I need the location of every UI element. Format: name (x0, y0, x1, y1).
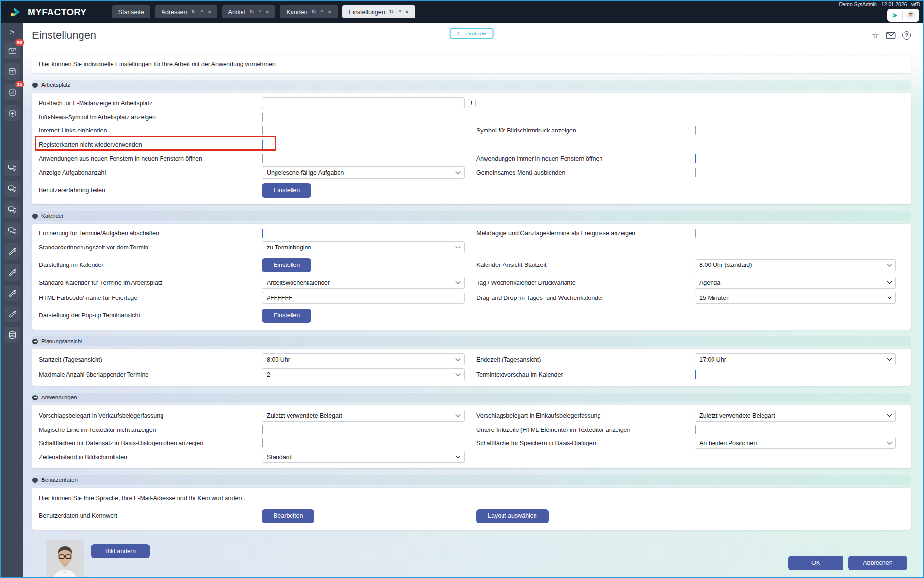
expand-sidebar-icon[interactable]: > (10, 28, 15, 36)
darstellung-einstellen-button[interactable]: Einstellen (262, 258, 311, 272)
infonews-label: Info-News-Symbol im Arbeitsplatz anzeige… (39, 114, 262, 121)
section-header-arbeitsplatz[interactable]: Arbeitsplatz (32, 80, 911, 90)
benutzererfahrung-einstellen-button[interactable]: Einstellen (262, 183, 311, 198)
session-info: Demo SysAdmin - 12.01.2026 - wfD (839, 1, 921, 7)
tab-adressen[interactable]: Adressen ↻ ^ × (155, 5, 217, 18)
sidebar-tools-button-1[interactable] (4, 243, 20, 260)
fenster-immer-label: Anwendungen immer in neuen Fenstern öffn… (476, 155, 695, 162)
selected-value: Arbeitswochenkalender (267, 280, 330, 286)
tab-artikel[interactable]: Artikel ↻ ^ × (222, 5, 276, 18)
selected-value: 2 (267, 371, 270, 378)
infonews-checkbox[interactable] (262, 113, 263, 122)
sidebar-tools-button-3[interactable] (4, 285, 20, 301)
dragdrop-select[interactable]: 15 Minuten (695, 292, 896, 304)
section-header-anwendungen[interactable]: Anwendungen (32, 393, 911, 402)
sidebar-calendar-button[interactable] (4, 63, 20, 80)
refresh-icon[interactable]: ↻ (191, 9, 195, 15)
fenster-checkbox[interactable] (262, 154, 263, 163)
farbcode-label: HTML Farbcode/-name für Feiertage (39, 295, 262, 301)
ueberlappend-select[interactable]: 2 (262, 368, 465, 380)
ok-button[interactable]: OK (788, 556, 843, 570)
wrench-icon (8, 268, 17, 277)
sidebar-tools-button-4[interactable] (4, 306, 20, 322)
einkauf-select[interactable]: Zuletzt verwendete Belegart (695, 410, 896, 422)
sidebar-add-button[interactable] (4, 105, 20, 121)
collapse-section-icon[interactable] (32, 83, 38, 88)
speichern-select[interactable]: An beiden Positionen (695, 437, 896, 449)
postfach-input[interactable] (262, 97, 465, 109)
popup-einstellen-button[interactable]: Einstellen (262, 309, 311, 323)
fenster-immer-checkbox[interactable] (695, 154, 696, 163)
registerkarten-checkbox[interactable] (262, 140, 263, 149)
bildschirmdruck-checkbox[interactable] (695, 126, 696, 135)
selected-value: An beiden Positionen (699, 440, 757, 446)
help-icon[interactable]: ? (902, 31, 911, 40)
magische-checkbox[interactable] (262, 425, 263, 434)
close-icon[interactable]: × (328, 9, 331, 15)
vorschau-checkbox[interactable] (695, 370, 696, 379)
sidebar-chat-button-2[interactable] (4, 181, 20, 197)
endezeit-select[interactable]: 17:00 Uhr (695, 353, 896, 365)
aufgaben-select[interactable]: Ungelesene fällige Aufgaben (262, 166, 465, 179)
druckvariante-select[interactable]: Agenda (695, 277, 896, 289)
erinnerung-checkbox[interactable] (262, 229, 263, 238)
section-header-planungsansicht[interactable]: Planungsansicht (32, 336, 911, 346)
collapse-icon[interactable]: ^ (200, 9, 203, 15)
favorite-star-icon[interactable]: ☆ (872, 30, 879, 41)
sidebar-chat-button-4[interactable] (4, 222, 20, 239)
internetlinks-checkbox[interactable] (262, 126, 263, 135)
standardkalender-select[interactable]: Arbeitswochenkalender (262, 277, 465, 289)
envelope-icon (8, 46, 17, 55)
context-badge[interactable]: 1 - Zentrale (450, 28, 494, 39)
abbrechen-button[interactable]: Abbrechen (848, 556, 907, 570)
user-menu[interactable] (887, 9, 919, 22)
close-icon[interactable]: × (405, 9, 408, 15)
erinnerung-label: Erinnerung für Termine/Aufgaben abschalt… (39, 230, 262, 237)
tab-startseite[interactable]: Startseite (112, 5, 150, 18)
refresh-icon[interactable]: ↻ (249, 9, 254, 15)
zeilenabstand-select[interactable]: Standard (262, 451, 465, 463)
sidebar-mail-button[interactable]: 56 (4, 42, 20, 59)
bild-aendern-button[interactable]: Bild ändern (91, 544, 150, 558)
tab-kunden[interactable]: Kunden ↻ ^ × (280, 5, 337, 18)
close-icon[interactable]: × (266, 9, 269, 15)
verkauf-select[interactable]: Zuletzt verwendete Belegart (262, 410, 465, 422)
sidebar-tools-button-2[interactable] (4, 264, 20, 281)
avatar[interactable] (906, 11, 916, 20)
ansicht-startzeit-select[interactable]: 8:00 Uhr (standard) (695, 259, 896, 271)
menu-checkbox[interactable] (695, 168, 696, 177)
mail-icon[interactable] (886, 32, 896, 39)
sidebar-tasks-button[interactable]: 15 (4, 84, 20, 100)
erinnerungszeit-select[interactable]: zu Terminbeginn (262, 241, 465, 253)
intro-text: Hier können Sie individuelle Einstellung… (39, 61, 277, 67)
collapse-icon[interactable]: ^ (398, 9, 401, 15)
close-icon[interactable]: × (208, 9, 211, 15)
einkauf-label: Vorschlagsbelegart in Einkaufsbelegerfas… (476, 413, 695, 419)
datensatz-checkbox[interactable] (262, 438, 263, 447)
tab-label: Startseite (118, 9, 144, 16)
mehrtaegig-checkbox[interactable] (695, 229, 696, 238)
tab-einstellungen[interactable]: Einstellungen ↻ ^ × (342, 5, 415, 18)
collapse-section-icon[interactable] (32, 395, 38, 400)
collapse-icon[interactable]: ^ (321, 9, 324, 15)
mail-count-badge: 56 (15, 39, 24, 46)
collapse-section-icon[interactable] (32, 478, 38, 483)
farbcode-input[interactable] (262, 292, 465, 304)
sidebar-chat-button-1[interactable] (4, 160, 20, 176)
refresh-icon[interactable]: ↻ (389, 9, 394, 15)
layout-auswaehlen-button[interactable]: Layout auswählen (476, 509, 549, 523)
collapse-section-icon[interactable] (32, 339, 38, 344)
registerkarten-label: Registerkarten nicht wiederverwenden (39, 141, 262, 148)
section-header-kalender[interactable]: Kalender (32, 211, 911, 221)
infozeile-checkbox[interactable] (695, 425, 696, 434)
internetlinks-label: Internet-Links einblenden (39, 127, 262, 134)
bearbeiten-button[interactable]: Bearbeiten (262, 509, 314, 523)
startzeit-select[interactable]: 8:00 Uhr (262, 353, 465, 365)
collapse-section-icon[interactable] (32, 214, 38, 219)
sidebar-chat-button-3[interactable] (4, 201, 20, 218)
alert-icon[interactable]: ! (468, 99, 476, 107)
section-header-benutzerdaten[interactable]: Benutzerdaten (32, 475, 911, 485)
refresh-icon[interactable]: ↻ (312, 9, 316, 15)
sidebar-database-button[interactable] (4, 327, 20, 343)
collapse-icon[interactable]: ^ (259, 9, 261, 15)
